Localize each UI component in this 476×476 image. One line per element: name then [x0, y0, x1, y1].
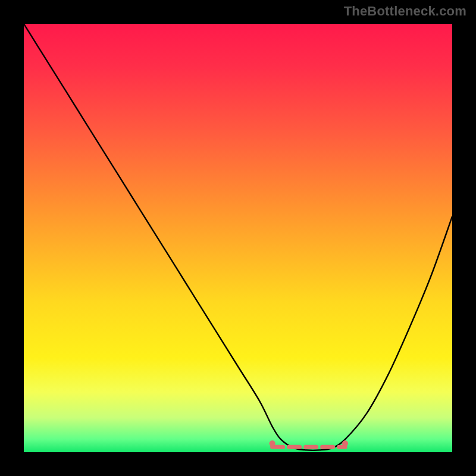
svg-point-1 — [270, 440, 275, 446]
plot-area — [24, 24, 452, 452]
watermark-text: TheBottleneck.com — [344, 4, 466, 19]
bottleneck-chart — [24, 24, 452, 452]
chart-frame: TheBottleneck.com — [0, 0, 476, 476]
svg-point-2 — [342, 440, 348, 446]
gradient-background — [24, 24, 452, 452]
